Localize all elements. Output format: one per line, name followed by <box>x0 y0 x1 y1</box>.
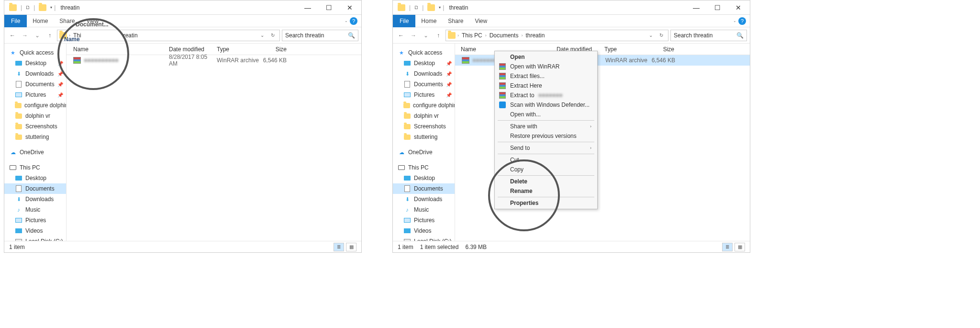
nav-recent-icon[interactable]: ⌄ <box>421 30 431 41</box>
ctx-properties[interactable]: Properties <box>496 198 596 208</box>
sidebar-videos[interactable]: Videos <box>4 226 66 236</box>
sidebar-pictures[interactable]: Pictures📌 <box>4 90 66 100</box>
help-icon[interactable]: ? <box>350 17 357 25</box>
sidebar-pictures[interactable]: Pictures📌 <box>393 90 455 100</box>
sidebar-documents[interactable]: Documents📌 <box>4 79 66 90</box>
nav-up-button[interactable]: ↑ <box>45 30 55 41</box>
sidebar-desktop[interactable]: Desktop📌 <box>4 58 66 68</box>
sidebar-downloads[interactable]: ⬇Downloads <box>393 194 455 204</box>
file-tab[interactable]: File <box>4 15 27 27</box>
search-icon[interactable]: 🔍 <box>736 32 744 39</box>
address-bar[interactable]: › Thi reatin ⌄ ↻ <box>57 30 280 41</box>
sidebar-folder[interactable]: dolphin vr <box>393 111 455 121</box>
breadcrumb[interactable]: Documents <box>488 31 521 40</box>
dropdown-icon[interactable]: ▾ <box>439 5 441 10</box>
sidebar-quick-access[interactable]: ★Quick access <box>4 47 66 58</box>
ctx-extract-here[interactable]: Extract Here <box>496 81 596 90</box>
chevron-right-icon[interactable]: › <box>521 33 523 38</box>
sidebar-quick-access[interactable]: ★Quick access <box>393 47 455 58</box>
chevron-right-icon[interactable]: › <box>457 33 459 38</box>
col-date[interactable]: Date modified <box>169 46 217 53</box>
close-button[interactable]: ✕ <box>339 1 360 14</box>
address-dropdown-icon[interactable]: ⌄ <box>646 30 656 41</box>
address-bar[interactable]: › This PC › Documents › threatin ⌄ ↻ <box>445 30 668 41</box>
nav-back-button[interactable]: ← <box>7 30 18 41</box>
ctx-copy[interactable]: Copy <box>496 165 596 174</box>
ctx-share-with[interactable]: Share with› <box>496 122 596 131</box>
col-size[interactable]: Size <box>263 46 291 53</box>
thumb-view-icon[interactable]: ▦ <box>735 243 745 251</box>
sidebar-documents[interactable]: Documents <box>4 183 66 194</box>
ctx-extract-files[interactable]: Extract files... <box>496 71 596 81</box>
sidebar-this-pc[interactable]: This PC <box>4 162 66 173</box>
nav-recent-icon[interactable]: ⌄ <box>32 30 43 41</box>
nav-forward-button[interactable]: → <box>20 30 30 41</box>
file-tab[interactable]: File <box>393 15 415 27</box>
sidebar-documents[interactable]: Documents <box>393 183 455 194</box>
sidebar-folder[interactable]: Screenshots <box>4 121 66 132</box>
ctx-delete[interactable]: Delete <box>496 177 596 186</box>
sidebar-folder[interactable]: stuttering <box>393 132 455 142</box>
minimize-button[interactable]: — <box>686 1 707 14</box>
details-view-icon[interactable]: ≣ <box>334 243 344 251</box>
ctx-scan-defender[interactable]: Scan with Windows Defender... <box>496 100 596 110</box>
nav-forward-button[interactable]: → <box>408 30 419 41</box>
col-type[interactable]: Type <box>217 46 263 53</box>
sidebar-this-pc[interactable]: This PC <box>393 162 455 173</box>
col-size[interactable]: Size <box>650 46 679 53</box>
sidebar-folder[interactable]: configure dolphin v <box>4 100 66 111</box>
home-tab[interactable]: Home <box>27 15 54 27</box>
sidebar-disk-c[interactable]: Local Disk (C:) <box>393 236 455 241</box>
ribbon-collapse-icon[interactable]: ⌄ <box>345 19 348 23</box>
search-input[interactable]: Search threatin 🔍 <box>670 30 747 41</box>
breadcrumb[interactable]: This PC <box>460 31 484 40</box>
col-name[interactable]: Name <box>73 46 169 53</box>
titlebar[interactable]: | 🗋 | ▾ | threatin — ☐ ✕ <box>393 0 750 15</box>
refresh-icon[interactable]: ↻ <box>268 30 278 41</box>
close-button[interactable]: ✕ <box>728 1 749 14</box>
maximize-button[interactable]: ☐ <box>318 1 339 14</box>
search-input[interactable]: Search threatin 🔍 <box>282 30 358 41</box>
view-tab[interactable]: View <box>469 15 493 27</box>
sidebar-folder[interactable]: stuttering <box>4 132 66 142</box>
breadcrumb[interactable]: threatin <box>523 31 546 40</box>
sidebar-folder[interactable]: dolphin vr <box>4 111 66 121</box>
sidebar-downloads[interactable]: ⬇Downloads <box>4 194 66 204</box>
sidebar-documents[interactable]: Documents📌 <box>393 79 455 90</box>
ctx-extract-to[interactable]: Extract to ■■■■■■■ <box>496 90 596 100</box>
sidebar-onedrive[interactable]: ☁OneDrive <box>393 147 455 158</box>
home-tab[interactable]: Home <box>415 15 442 27</box>
ctx-rename[interactable]: Rename <box>496 186 596 196</box>
sidebar-videos[interactable]: Videos <box>393 226 455 236</box>
ctx-send-to[interactable]: Send to› <box>496 143 596 153</box>
sidebar-disk-c[interactable]: Local Disk (C:) <box>4 236 66 241</box>
titlebar[interactable]: | 🗋 | ▾ | threatin — ☐ ✕ <box>4 0 361 15</box>
sidebar-downloads[interactable]: ⬇Downloads📌 <box>393 68 455 79</box>
ctx-cut[interactable]: Cut <box>496 155 596 165</box>
address-dropdown-icon[interactable]: ⌄ <box>257 30 267 41</box>
help-icon[interactable]: ? <box>738 17 746 25</box>
dropdown-icon[interactable]: ▾ <box>50 5 52 10</box>
ctx-restore-versions[interactable]: Restore previous versions <box>496 131 596 141</box>
ribbon-collapse-icon[interactable]: ⌄ <box>733 19 736 23</box>
ctx-open-with[interactable]: Open with... <box>496 110 596 119</box>
ctx-open[interactable]: Open <box>496 52 596 62</box>
sidebar-onedrive[interactable]: ☁OneDrive <box>4 147 66 158</box>
sidebar-desktop[interactable]: Desktop <box>393 173 455 183</box>
refresh-icon[interactable]: ↻ <box>657 30 666 41</box>
maximize-button[interactable]: ☐ <box>707 1 728 14</box>
minimize-button[interactable]: — <box>297 1 318 14</box>
sidebar-downloads[interactable]: ⬇Downloads📌 <box>4 68 66 79</box>
search-icon[interactable]: 🔍 <box>348 32 355 39</box>
sidebar-pictures[interactable]: Pictures <box>4 215 66 226</box>
sidebar-folder[interactable]: configure dolphin v <box>393 100 455 111</box>
details-view-icon[interactable]: ≣ <box>722 243 733 251</box>
thumb-view-icon[interactable]: ▦ <box>346 243 356 251</box>
col-type[interactable]: Type <box>604 46 650 53</box>
chevron-right-icon[interactable]: › <box>485 33 487 38</box>
save-icon[interactable]: 🗋 <box>24 4 32 11</box>
breadcrumb[interactable]: reatin <box>122 31 140 40</box>
sidebar-folder[interactable]: Screenshots <box>393 121 455 132</box>
sidebar-desktop[interactable]: Desktop <box>4 173 66 183</box>
sidebar-desktop[interactable]: Desktop📌 <box>393 58 455 68</box>
